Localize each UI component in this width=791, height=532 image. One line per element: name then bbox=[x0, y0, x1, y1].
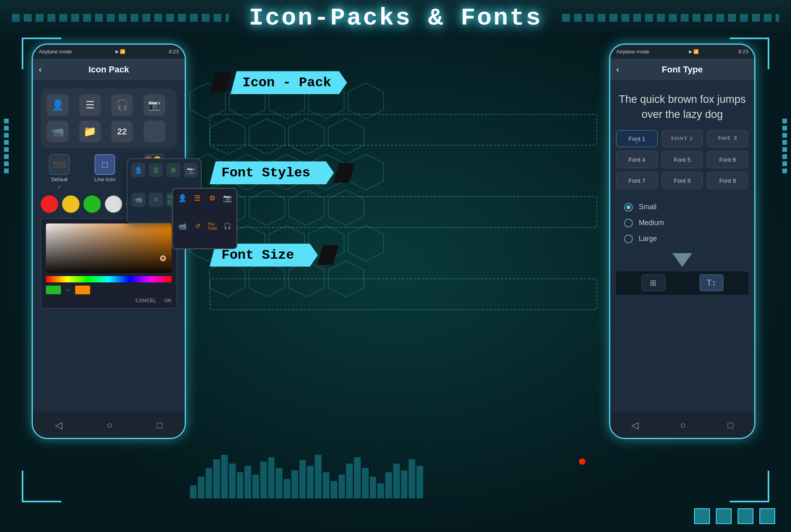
color-gradient-area[interactable] bbox=[46, 223, 172, 273]
hue-slider[interactable] bbox=[46, 276, 172, 282]
callout-black-bar-2 bbox=[333, 163, 355, 183]
callout-font-styles: Font Styles bbox=[210, 161, 597, 184]
dashed-box-font-size bbox=[210, 278, 597, 310]
top-header: Icon-Packs & Fonts bbox=[0, 0, 791, 36]
radio-medium[interactable]: Medium bbox=[624, 219, 740, 227]
font-button-4[interactable]: Font 4 bbox=[616, 151, 658, 168]
radio-small-circle bbox=[624, 203, 633, 212]
color-arrow-icon: → bbox=[65, 286, 71, 293]
ok-button[interactable]: OK bbox=[164, 297, 172, 303]
oi-3[interactable]: ⚙ bbox=[206, 192, 219, 204]
radio-small[interactable]: Small bbox=[624, 203, 740, 212]
right-edge-deco bbox=[782, 119, 787, 173]
nav-square-right[interactable]: □ bbox=[728, 420, 734, 431]
oi-7[interactable]: YouTube bbox=[206, 220, 219, 233]
phone-title-left: Icon Pack bbox=[89, 64, 129, 75]
callout-text-icon-pack: Icon - Pack bbox=[231, 71, 347, 94]
callout-black-bar-1 bbox=[210, 73, 231, 93]
nav-square-left[interactable]: □ bbox=[157, 420, 163, 431]
main-title: Icon-Packs & Fonts bbox=[241, 4, 550, 32]
phone-title-right: Font Type bbox=[662, 64, 702, 75]
popup-icon-3[interactable]: ⚙ bbox=[166, 163, 180, 177]
font-button-2[interactable]: FONT 2 bbox=[662, 130, 703, 147]
popup-icon-5[interactable]: 📹 bbox=[131, 193, 146, 207]
bottom-nav-right: ◁ ○ □ bbox=[610, 412, 754, 438]
nav-home-left[interactable]: ○ bbox=[106, 420, 112, 431]
red-dot bbox=[579, 458, 585, 465]
toolbar-text-button[interactable]: T↕ bbox=[700, 275, 723, 291]
icon-empty bbox=[144, 121, 165, 142]
popup-icon-2[interactable]: ☰ bbox=[149, 163, 163, 177]
status-left-text: Airplane mode bbox=[39, 49, 72, 55]
triangle-icon bbox=[672, 253, 692, 267]
font-button-9[interactable]: Font 9 bbox=[707, 172, 748, 189]
bottom-dot-2 bbox=[716, 508, 732, 524]
icon-pack-popup-orange: 👤 ☰ ⚙ 📷 📹 ↺ YouTube 🎧 bbox=[172, 188, 237, 249]
icon-type-default[interactable]: ⬛⬛ Default ✓ bbox=[49, 154, 70, 190]
popup-icon-4[interactable]: 📷 bbox=[184, 163, 198, 177]
back-button-right[interactable]: ‹ bbox=[616, 64, 619, 75]
font-button-6[interactable]: Font 6 bbox=[707, 151, 748, 168]
size-radio-group: Small Medium Large bbox=[616, 199, 748, 249]
swatch-yellow[interactable] bbox=[62, 195, 79, 213]
icon-camera[interactable]: 📷 bbox=[144, 94, 165, 116]
radio-large[interactable]: Large bbox=[624, 235, 740, 243]
nav-back-right[interactable]: ◁ bbox=[631, 420, 638, 431]
popup-icon-6[interactable]: ↺ bbox=[149, 193, 163, 207]
callout-text-font-styles: Font Styles bbox=[210, 161, 334, 184]
oi-4[interactable]: 📷 bbox=[221, 192, 234, 204]
toolbar-icon-button[interactable]: ⊞ bbox=[642, 275, 665, 291]
cancel-button[interactable]: CANCEL bbox=[135, 297, 156, 303]
equalizer-bars bbox=[190, 455, 423, 498]
icon-messages[interactable]: ☰ bbox=[79, 94, 101, 116]
nav-home-right[interactable]: ○ bbox=[680, 420, 686, 431]
battery-icon: ▶ 📶 bbox=[115, 49, 125, 54]
oi-5[interactable]: 📹 bbox=[176, 220, 189, 233]
bottom-dot-1 bbox=[694, 508, 710, 524]
back-button-left[interactable]: ‹ bbox=[39, 64, 42, 75]
font-screen-content: The quick brown fox jumps over the lazy … bbox=[610, 80, 754, 412]
popup-icon-1[interactable]: 👤 bbox=[131, 163, 146, 177]
font-button-8[interactable]: Font 8 bbox=[662, 172, 703, 189]
font-button-7[interactable]: Font 7 bbox=[616, 172, 658, 189]
icon-video[interactable]: 📹 bbox=[47, 121, 68, 142]
bottom-dot-4 bbox=[759, 508, 775, 524]
icon-contacts[interactable]: 👤 bbox=[47, 94, 68, 116]
callout-font-size: Font Size bbox=[210, 244, 597, 267]
phone-header-left: ‹ Icon Pack bbox=[33, 59, 185, 80]
radio-small-label: Small bbox=[639, 203, 657, 211]
oi-1[interactable]: 👤 bbox=[176, 192, 189, 204]
font-button-3[interactable]: Font 3 bbox=[707, 130, 748, 147]
color-from bbox=[46, 286, 61, 294]
icon-grid-main: 👤 ☰ 🎧 📷 📹 📁 22 bbox=[41, 88, 177, 148]
icon-calendar[interactable]: 22 bbox=[111, 121, 133, 142]
phone-frame-right: Airplane mode ▶ 📶 8:23 ‹ Font Type The q… bbox=[609, 44, 755, 439]
swatch-red[interactable] bbox=[41, 195, 58, 213]
font-toolbar: ⊞ T↕ bbox=[616, 271, 748, 295]
callout-black-bar-3 bbox=[317, 245, 339, 265]
oi-8[interactable]: 🎧 bbox=[221, 220, 234, 233]
dashed-box-font-styles bbox=[210, 196, 597, 228]
phone-frame-left: Airplane mode ▶ 📶 8:23 ‹ Icon Pack 👤 ☰ 🎧… bbox=[32, 44, 186, 439]
content-area: Airplane mode ▶ 📶 8:23 ‹ Icon Pack 👤 ☰ 🎧… bbox=[24, 36, 767, 500]
icon-folder[interactable]: 📁 bbox=[79, 121, 101, 142]
phone-header-right: ‹ Font Type bbox=[610, 59, 754, 80]
oi-2[interactable]: ☰ bbox=[191, 192, 204, 204]
status-bar-right: Airplane mode ▶ 📶 8:23 bbox=[610, 45, 754, 59]
radio-large-label: Large bbox=[639, 235, 657, 243]
oi-6[interactable]: ↺ bbox=[191, 220, 204, 233]
font-button-5[interactable]: Font 5 bbox=[662, 151, 703, 168]
radio-small-dot bbox=[626, 205, 630, 209]
nav-back-left[interactable]: ◁ bbox=[55, 420, 62, 431]
swatch-green[interactable] bbox=[83, 195, 101, 213]
icon-headphones[interactable]: 🎧 bbox=[111, 94, 133, 116]
color-actions: CANCEL OK bbox=[46, 297, 172, 303]
bottom-nav-left: ◁ ○ □ bbox=[33, 412, 185, 438]
phone-left: Airplane mode ▶ 📶 8:23 ‹ Icon Pack 👤 ☰ 🎧… bbox=[32, 44, 198, 492]
swatch-white[interactable] bbox=[105, 195, 122, 213]
radio-medium-label: Medium bbox=[639, 219, 664, 227]
font-button-1[interactable]: Font 1 ✓ bbox=[616, 130, 658, 147]
middle-section: Icon - Pack Font Styles Font Size bbox=[210, 44, 597, 492]
status-bar-left: Airplane mode ▶ 📶 8:23 bbox=[33, 45, 185, 59]
icon-type-line[interactable]: ◻ Line Icon bbox=[95, 154, 115, 190]
